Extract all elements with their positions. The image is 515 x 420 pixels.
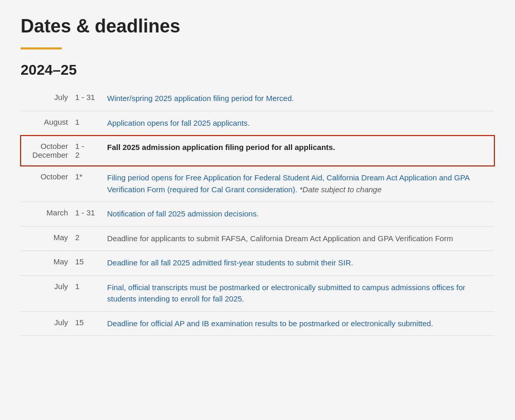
- description-cell: Deadline for applicants to submit FAFSA,…: [103, 226, 494, 251]
- table-row: May15Deadline for all fall 2025 admitted…: [21, 251, 494, 276]
- table-row: August1Application opens for fall 2025 a…: [21, 111, 494, 136]
- month-cell: OctoberDecember: [21, 136, 72, 166]
- day-cell: 1: [72, 111, 103, 136]
- table-row: OctoberDecember1 -2Fall 2025 admission a…: [21, 136, 494, 166]
- day-cell: 2: [72, 226, 103, 251]
- description-cell: Notification of fall 2025 admission deci…: [103, 202, 494, 227]
- table-row: May2Deadline for applicants to submit FA…: [21, 226, 494, 251]
- table-row: July1 - 31Winter/spring 2025 application…: [21, 87, 494, 111]
- month-cell: July: [21, 311, 72, 336]
- dates-table: July1 - 31Winter/spring 2025 application…: [21, 87, 494, 336]
- description-cell: Deadline for all fall 2025 admitted firs…: [103, 251, 494, 276]
- day-cell: 1 - 31: [72, 87, 103, 111]
- description-cell: Application opens for fall 2025 applican…: [103, 111, 494, 136]
- day-cell: 15: [72, 251, 103, 276]
- month-cell: August: [21, 111, 72, 136]
- month-cell: July: [21, 87, 72, 111]
- description-cell: Filing period opens for Free Application…: [103, 166, 494, 202]
- year-heading: 2024–25: [21, 62, 494, 78]
- day-cell: 1 - 31: [72, 202, 103, 227]
- description-cell: Winter/spring 2025 application filing pe…: [103, 87, 494, 111]
- day-cell: 1*: [72, 166, 103, 202]
- month-cell: July: [21, 275, 72, 311]
- month-cell: May: [21, 226, 72, 251]
- table-row: March1 - 31Notification of fall 2025 adm…: [21, 202, 494, 227]
- month-cell: October: [21, 166, 72, 202]
- month-cell: March: [21, 202, 72, 227]
- month-cell: May: [21, 251, 72, 276]
- day-cell: 1 -2: [72, 136, 103, 166]
- accent-divider: [21, 47, 62, 49]
- table-row: July15Deadline for official AP and IB ex…: [21, 311, 494, 336]
- description-cell: Deadline for official AP and IB examinat…: [103, 311, 494, 336]
- table-row: October1*Filing period opens for Free Ap…: [21, 166, 494, 202]
- table-row: July1Final, official transcripts must be…: [21, 275, 494, 311]
- page-title: Dates & deadlines: [21, 15, 494, 37]
- day-cell: 15: [72, 311, 103, 336]
- description-cell: Final, official transcripts must be post…: [103, 275, 494, 311]
- description-cell: Fall 2025 admission application filing p…: [103, 136, 494, 166]
- day-cell: 1: [72, 275, 103, 311]
